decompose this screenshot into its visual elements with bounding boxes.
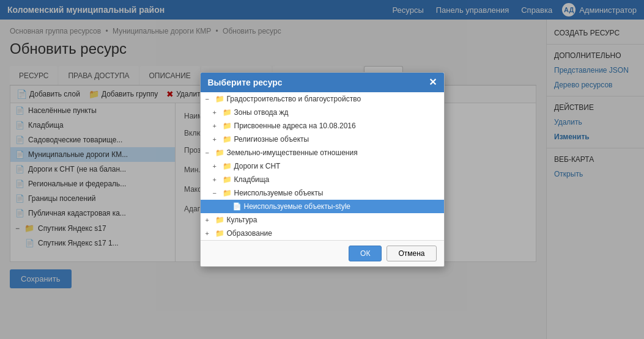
tree-item-9[interactable]: + 📁 Культура — [201, 213, 444, 227]
expand-icon-10: + — [205, 230, 213, 237]
folder-icon-9: 📁 — [215, 216, 224, 224]
folder-icon-7: 📁 — [223, 189, 232, 197]
tree-item-0[interactable]: − 📁 Градостроительство и благоустройство — [201, 92, 444, 106]
modal-footer: ОК Отмена — [201, 240, 444, 266]
modal-close-button[interactable]: ✕ — [429, 78, 437, 87]
expand-icon-8 — [223, 203, 230, 210]
tree-label-10: Образование — [227, 229, 272, 238]
expand-icon-6: + — [213, 176, 220, 183]
tree-item-4[interactable]: − 📁 Земельно-имущественные отношения — [201, 146, 444, 159]
tree-label-1: Зоны отвода жд — [234, 108, 289, 117]
folder-icon-4: 📁 — [215, 148, 224, 157]
tree-label-8: Неиспользуемые объекты-style — [244, 202, 351, 211]
expand-icon-5: + — [213, 162, 220, 170]
tree-label-7: Неиспользуемые объекты — [234, 189, 324, 197]
expand-icon-4: − — [205, 149, 213, 156]
tree-label-4: Земельно-имущественные отношения — [227, 148, 358, 157]
tree-label-9: Культура — [227, 216, 257, 224]
tree-label-0: Градостроительство и благоустройство — [227, 95, 361, 103]
expand-icon-1: + — [213, 109, 220, 116]
tree-item-7[interactable]: − 📁 Неиспользуемые объекты — [201, 186, 444, 200]
tree-item-6[interactable]: + 📁 Кладбища — [201, 173, 444, 186]
resource-select-modal: Выберите ресурс ✕ − 📁 Градостроительство… — [200, 72, 445, 267]
tree-item-8[interactable]: 📄 Неиспользуемые объекты-style — [201, 200, 444, 213]
folder-icon-3: 📁 — [223, 135, 232, 144]
tree-label-3: Религиозные объекты — [234, 135, 309, 144]
tree-label-2: Присвоенные адреса на 10.08.2016 — [234, 122, 356, 130]
tree-item-5[interactable]: + 📁 Дороги к СНТ — [201, 159, 444, 173]
expand-icon-9: + — [205, 216, 213, 224]
modal-body: − 📁 Градостроительство и благоустройство… — [201, 92, 444, 240]
tree-label-5: Дороги к СНТ — [234, 162, 281, 170]
folder-icon-10: 📁 — [215, 229, 224, 238]
folder-icon-6: 📁 — [223, 175, 232, 184]
modal-overlay[interactable]: Выберите ресурс ✕ − 📁 Градостроительство… — [0, 0, 644, 339]
file-icon-8: 📄 — [232, 202, 242, 211]
modal-cancel-button[interactable]: Отмена — [387, 246, 436, 261]
tree-item-2[interactable]: + 📁 Присвоенные адреса на 10.08.2016 — [201, 119, 444, 133]
expand-icon-0: − — [205, 95, 213, 103]
expand-icon-3: + — [213, 136, 220, 143]
modal-title: Выберите ресурс — [208, 78, 283, 87]
folder-icon-2: 📁 — [223, 122, 232, 130]
folder-icon-5: 📁 — [223, 162, 232, 170]
tree-item-1[interactable]: + 📁 Зоны отвода жд — [201, 106, 444, 119]
modal-header: Выберите ресурс ✕ — [201, 73, 444, 92]
folder-icon-1: 📁 — [223, 108, 232, 117]
tree-label-6: Кладбища — [234, 175, 270, 184]
expand-icon-7: − — [213, 189, 220, 197]
tree-item-10[interactable]: + 📁 Образование — [201, 227, 444, 240]
modal-ok-button[interactable]: ОК — [349, 246, 382, 261]
tree-item-3[interactable]: + 📁 Религиозные объекты — [201, 133, 444, 146]
folder-icon-0: 📁 — [215, 95, 224, 103]
expand-icon-2: + — [213, 122, 220, 129]
